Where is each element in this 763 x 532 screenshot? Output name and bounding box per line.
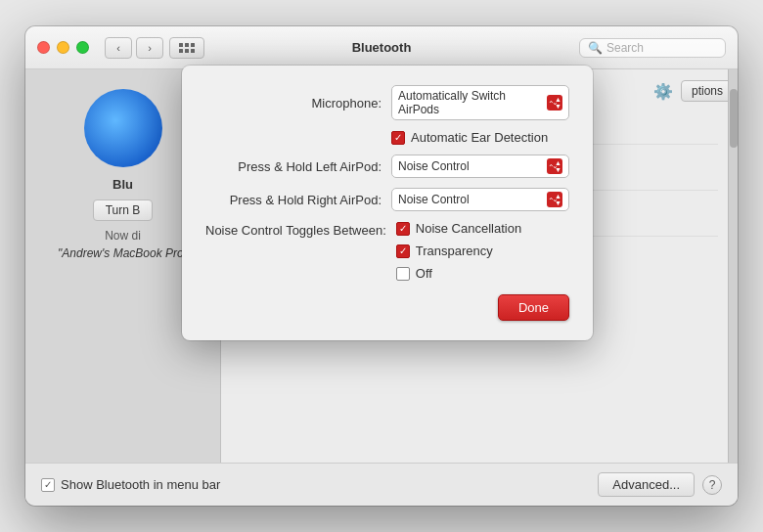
press-hold-right-row: Press & Hold Right AirPod: Noise Control… [205, 188, 569, 211]
press-hold-right-dropdown[interactable]: Noise Control ▲ ▼ [391, 188, 569, 211]
auto-ear-detection-checkbox-item[interactable]: ✓ Automatic Ear Detection [391, 130, 548, 145]
dropdown-arrow-icon: ▲ ▼ [547, 158, 562, 174]
transparency-checkbox[interactable]: ✓ [396, 244, 410, 258]
main-window: ‹ › Bluetooth 🔍 Search Blu Turn [25, 26, 738, 506]
auto-ear-detection-row[interactable]: ✓ Automatic Ear Detection [205, 130, 569, 145]
noise-cancellation-checkbox[interactable]: ✓ [396, 222, 410, 236]
noise-cancellation-label: Noise Cancellation [416, 221, 521, 236]
noise-control-row: Noise Control Toggles Between: ✓ Noise C… [205, 221, 569, 281]
noise-cancellation-checkbox-row[interactable]: ✓ Noise Cancellation [396, 221, 569, 236]
dropdown-arrow-icon: ▲ ▼ [547, 192, 562, 207]
auto-ear-detection-checkbox[interactable]: ✓ [391, 131, 405, 145]
off-label: Off [416, 266, 432, 281]
done-button[interactable]: Done [498, 294, 569, 321]
dropdown-arrow-icon: ▲ ▼ [547, 95, 562, 111]
microphone-control: Automatically Switch AirPods ▲ ▼ [391, 85, 569, 120]
press-hold-left-dropdown[interactable]: Noise Control ▲ ▼ [391, 155, 569, 178]
microphone-row: Microphone: Automatically Switch AirPods… [205, 85, 569, 120]
airpods-settings-modal: Microphone: Automatically Switch AirPods… [182, 66, 593, 340]
press-hold-right-control: Noise Control ▲ ▼ [391, 188, 569, 211]
transparency-label: Transparency [416, 244, 493, 258]
press-hold-left-row: Press & Hold Left AirPod: Noise Control … [205, 155, 569, 178]
microphone-label: Microphone: [205, 96, 391, 111]
modal-footer: Done [205, 294, 569, 321]
noise-toggles-options: ✓ Noise Cancellation ✓ Transparency Off [396, 221, 569, 281]
microphone-dropdown[interactable]: Automatically Switch AirPods ▲ ▼ [391, 85, 569, 120]
press-hold-left-control: Noise Control ▲ ▼ [391, 155, 569, 178]
press-hold-right-label: Press & Hold Right AirPod: [205, 193, 391, 207]
press-hold-left-label: Press & Hold Left AirPod: [205, 159, 391, 174]
off-checkbox-row[interactable]: Off [396, 266, 569, 281]
press-hold-left-value: Noise Control [398, 159, 543, 173]
press-hold-right-value: Noise Control [398, 193, 543, 206]
modal-overlay: Microphone: Automatically Switch AirPods… [25, 26, 738, 506]
auto-ear-detection-label: Automatic Ear Detection [411, 130, 548, 145]
microphone-value: Automatically Switch AirPods [398, 89, 543, 116]
off-checkbox[interactable] [396, 267, 410, 281]
noise-control-label: Noise Control Toggles Between: [205, 221, 396, 238]
transparency-checkbox-row[interactable]: ✓ Transparency [396, 244, 569, 258]
